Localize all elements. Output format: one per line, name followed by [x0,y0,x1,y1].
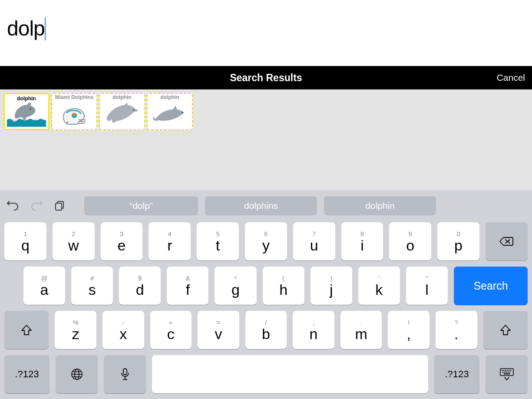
key-.[interactable]: ?. [436,311,477,349]
key-y[interactable]: 6y [245,222,287,261]
key-q[interactable]: 1q [4,222,46,261]
result-label: dolphin [160,95,179,100]
svg-point-3 [66,122,68,123]
results-grid: dolphin Miami Dolphins [0,89,532,190]
key-w[interactable]: 2w [53,222,95,261]
globe-key[interactable] [56,355,98,393]
results-title: Search Results [230,72,302,84]
key-c[interactable]: +c [150,311,192,349]
suggestion-2[interactable]: dolphin [324,196,436,215]
key-j[interactable]: )j [311,267,352,305]
key-s[interactable]: #s [71,267,113,305]
key-f[interactable]: &f [167,267,208,305]
key-x[interactable]: -x [102,311,144,349]
results-header: Search Results Cancel [0,66,532,89]
svg-rect-23 [502,372,503,373]
shift-key-left[interactable] [4,311,49,349]
football-helmet-icon [53,100,96,129]
key-row-1: 1q2w3e4r5t6y7u8i9o0p [0,222,532,261]
key-l[interactable]: "l [406,267,448,305]
svg-point-5 [182,112,183,113]
suggestion-1[interactable]: dolphins [205,196,317,215]
svg-rect-17 [502,370,502,371]
key-,[interactable]: !, [388,311,430,349]
key-row-2: @a#s$d&f*g(h)j'k"lSearch [0,267,532,305]
space-key[interactable] [152,355,428,393]
result-tile-0[interactable]: dolphin [3,93,50,130]
svg-rect-26 [508,372,509,373]
undo-icon[interactable] [4,198,22,214]
svg-rect-7 [56,203,62,210]
key-t[interactable]: 5t [197,222,239,261]
key-b[interactable]: /b [245,311,287,349]
dolphin-simple-icon [149,100,191,129]
dolphin-jumping-icon [7,102,46,127]
keyboard-toolbar: “dolp” dolphins dolphin [0,195,532,216]
result-tile-1[interactable]: Miami Dolphins [51,93,97,130]
symbols-key-left[interactable]: .?123 [4,355,50,393]
key-u[interactable]: 7u [293,222,335,261]
suggestion-0[interactable]: “dolp” [84,196,198,215]
search-input-text: dolp [7,17,46,40]
svg-rect-19 [505,370,506,371]
svg-rect-24 [504,372,505,373]
svg-rect-25 [506,372,507,373]
shift-key-right[interactable] [483,311,528,349]
result-tile-3[interactable]: dolphin [147,93,193,130]
search-key[interactable]: Search [454,267,528,305]
key-z[interactable]: %z [55,311,96,349]
svg-rect-22 [510,370,511,371]
key-a[interactable]: @a [23,267,65,305]
key-v[interactable]: =v [198,311,239,349]
svg-rect-13 [123,369,127,375]
key-row-4: .?123 .?123 [0,355,532,393]
cancel-button[interactable]: Cancel [497,73,525,83]
on-screen-keyboard: “dolp” dolphins dolphin 1q2w3e4r5t6y7u8i… [0,190,532,399]
key-m[interactable]: :m [340,311,382,349]
symbols-key-right[interactable]: .?123 [434,355,479,393]
dismiss-keyboard-key[interactable] [486,355,528,393]
svg-rect-21 [509,370,509,371]
key-k[interactable]: 'k [358,267,400,305]
svg-rect-18 [503,370,504,371]
key-o[interactable]: 9o [389,222,431,261]
key-r[interactable]: 4r [149,222,191,261]
search-input-area[interactable]: dolp [0,0,532,66]
key-i[interactable]: 8i [341,222,383,261]
svg-rect-27 [509,372,510,373]
svg-point-4 [133,109,134,110]
backspace-key[interactable] [486,222,528,261]
result-label: dolphin [112,95,131,100]
clipboard-icon[interactable] [51,198,69,214]
dolphin-gray-icon [101,100,143,129]
result-label: Miami Dolphins [55,95,94,100]
key-h[interactable]: (h [263,267,304,305]
svg-point-1 [30,108,31,109]
dictation-key[interactable] [104,355,146,393]
svg-rect-20 [507,370,508,371]
key-g[interactable]: *g [215,267,256,305]
key-row-3: %z-x+c=v/b;n:m!,?. [0,311,532,349]
key-n[interactable]: ;n [293,311,334,349]
redo-icon[interactable] [28,198,45,214]
key-p[interactable]: 0p [437,222,479,261]
key-d[interactable]: $d [119,267,161,305]
svg-rect-28 [504,373,510,374]
result-tile-2[interactable]: dolphin [99,93,145,130]
result-label: dolphin [17,96,36,102]
key-e[interactable]: 3e [101,222,143,261]
